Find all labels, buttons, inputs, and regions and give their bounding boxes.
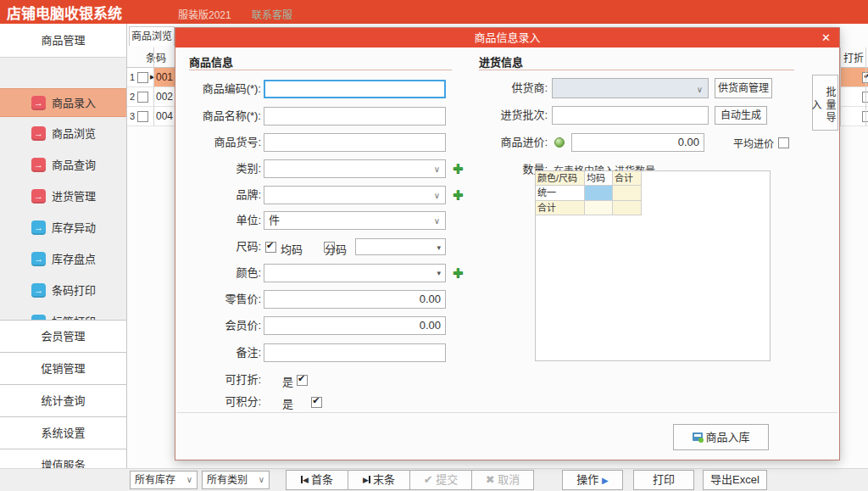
sidebar-item-product-browse[interactable]: → 商品浏览 <box>0 120 126 148</box>
arrow-icon: → <box>31 158 46 172</box>
auto-generate-button[interactable]: 自动生成 <box>715 106 767 125</box>
name-input[interactable] <box>264 107 446 126</box>
dialog-divider <box>177 412 837 413</box>
chevron-down-icon: ∨ <box>434 187 440 204</box>
contact-support-link[interactable]: 联系客服 <box>252 7 292 21</box>
sidebar-item-product-query[interactable]: → 商品查询 <box>0 151 126 180</box>
row-number: 1 <box>130 68 135 86</box>
qty-header-total: 合计 <box>613 171 642 186</box>
last-record-button[interactable]: ▶末条 <box>348 470 410 490</box>
color-select[interactable]: ▾ <box>264 264 446 282</box>
print-button[interactable]: 打印 <box>633 470 694 490</box>
play-icon: ▶ <box>602 476 609 485</box>
cancel-button[interactable]: ✖ 取消 <box>471 470 534 490</box>
sidebar-item-barcode-print[interactable]: → 条码打印 <box>0 276 126 305</box>
code-input[interactable] <box>264 80 446 98</box>
arrow-icon: → <box>31 126 46 141</box>
export-excel-button[interactable]: 导出Excel <box>703 470 767 490</box>
supplier-manage-button[interactable]: 供货商管理 <box>715 78 772 98</box>
add-color-icon[interactable]: ✚ <box>453 265 464 282</box>
add-brand-icon[interactable]: ✚ <box>453 187 464 204</box>
sidebar-item-stock-check[interactable]: → 库存盘点 <box>0 245 126 274</box>
points-label: 可积分: <box>179 393 261 411</box>
stock-filter-select[interactable]: 所有库存 ∨ <box>130 471 198 489</box>
code-label: 商品编码(*): <box>179 80 261 98</box>
sidebar-item-purchase-mgmt[interactable]: → 进货管理 <box>0 182 126 211</box>
row-select-checkbox[interactable] <box>137 92 148 103</box>
retail-price-label: 零售价: <box>179 290 261 309</box>
chevron-down-icon: ∨ <box>434 161 440 178</box>
batch-label: 进货批次: <box>465 106 548 125</box>
arrow-icon: → <box>31 220 46 235</box>
supplier-select[interactable]: ∨ <box>552 78 709 98</box>
grid-line <box>153 47 154 126</box>
size-one-checkbox[interactable]: ✔ <box>265 242 276 253</box>
barcode-cell: 001 <box>156 68 173 86</box>
sidebar-section-product-mgmt[interactable]: 商品管理 <box>0 24 126 58</box>
app-window: 店铺电脑收银系统 服装版2021 联系客服 商品浏览 条码 打折 1 ▶ 001… <box>0 0 868 491</box>
size-split-label: 分码 <box>325 241 347 257</box>
stock-in-button[interactable]: 商品入库 <box>673 424 769 450</box>
discountable-label: 可打折: <box>179 371 261 389</box>
name-label: 商品名称(*): <box>179 107 261 126</box>
app-header: 店铺电脑收银系统 服装版2021 联系客服 <box>0 0 868 24</box>
column-header-barcode: 条码 <box>146 50 166 64</box>
caret-down-icon: ▾ <box>437 265 441 282</box>
sidebar-section-promo-mgmt[interactable]: 促销管理 <box>0 352 126 384</box>
chevron-down-icon: ∨ <box>697 81 703 99</box>
dialog-titlebar: 商品信息录入 ✕ <box>175 28 839 47</box>
unit-label: 单位: <box>179 211 261 230</box>
purchase-price-input[interactable]: 0.00 <box>571 133 704 152</box>
arrow-icon: → <box>31 96 46 110</box>
add-category-icon[interactable]: ✚ <box>453 160 464 177</box>
operate-button[interactable]: 操作 ▶ <box>562 470 623 490</box>
submit-button[interactable]: ✔ 提交 <box>409 470 472 490</box>
size-one-label: 均码 <box>281 241 303 257</box>
product-entry-dialog: 商品信息录入 ✕ 商品信息 进货信息 商品编码(*): 商品名称(*): 商品货… <box>175 27 840 460</box>
batch-input[interactable] <box>552 106 709 125</box>
tab-product-browse[interactable]: 商品浏览 <box>129 26 175 46</box>
app-title: 店铺电脑收银系统 <box>7 2 122 23</box>
row-number: 2 <box>130 87 135 106</box>
brand-select[interactable]: ∨ <box>264 186 446 204</box>
qty-cell-selected[interactable] <box>585 186 613 201</box>
supplier-label: 供货商: <box>465 79 548 98</box>
sidebar-section-member-mgmt[interactable]: 会员管理 <box>0 320 126 352</box>
retail-price-input[interactable]: 0.00 <box>264 290 446 309</box>
first-record-button[interactable]: ◀首条 <box>286 470 348 490</box>
discountable-checkbox[interactable]: ✔ <box>297 375 308 386</box>
row-number: 3 <box>130 107 135 126</box>
sidebar-section-stats-query[interactable]: 统计查询 <box>0 384 126 416</box>
section-underline <box>479 70 794 70</box>
row-select-checkbox[interactable] <box>137 72 148 83</box>
size-select[interactable]: ▾ <box>355 238 446 255</box>
sidebar-item-stock-change[interactable]: → 库存异动 <box>0 214 126 243</box>
art-number-label: 商品货号: <box>179 133 261 152</box>
arrow-icon: → <box>31 283 46 298</box>
purchase-price-label: 商品进价: <box>465 133 548 152</box>
chevron-down-icon: ∨ <box>259 471 264 488</box>
brand-label: 品牌: <box>179 186 261 204</box>
row-select-checkbox[interactable] <box>137 111 148 122</box>
note-input[interactable] <box>264 343 446 362</box>
chevron-down-icon: ∨ <box>186 471 192 488</box>
sidebar-item-product-entry[interactable]: → 商品录入 <box>0 88 126 117</box>
category-filter-select[interactable]: 所有类别 ∨ <box>202 471 270 489</box>
qty-row-total-label: 合计 <box>536 201 585 215</box>
qty-header-color-size: 颜色/尺码 <box>536 171 585 186</box>
member-price-input[interactable]: 0.00 <box>264 316 446 335</box>
batch-import-button[interactable]: 批量导入 <box>812 75 838 131</box>
sidebar-section-system-settings[interactable]: 系统设置 <box>0 416 126 449</box>
qty-row-uniform-label: 统一 <box>536 186 585 201</box>
section-product-info: 商品信息 <box>189 53 233 70</box>
unit-select[interactable]: 件 ∨ <box>264 211 446 230</box>
art-number-input[interactable] <box>264 133 446 152</box>
quantity-table: 颜色/尺码 均码 合计 统一 合计 <box>535 170 771 361</box>
avg-price-checkbox[interactable] <box>778 137 789 148</box>
cross-icon: ✖ <box>486 473 495 486</box>
qty-cell-grand-total <box>613 201 642 215</box>
category-select[interactable]: ∨ <box>264 159 446 178</box>
grid-line <box>840 47 841 126</box>
close-icon[interactable]: ✕ <box>821 28 831 47</box>
points-checkbox[interactable]: ✔ <box>311 397 322 408</box>
